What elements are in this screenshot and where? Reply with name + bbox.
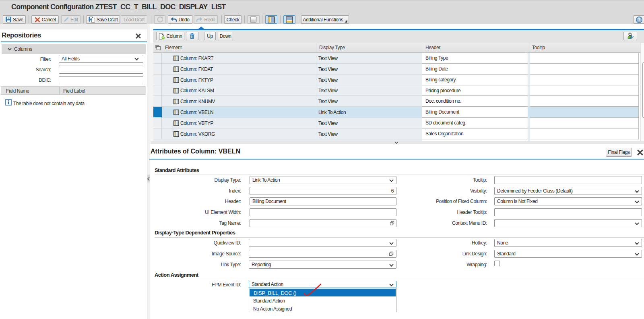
svg-text:?: ? (638, 17, 640, 22)
